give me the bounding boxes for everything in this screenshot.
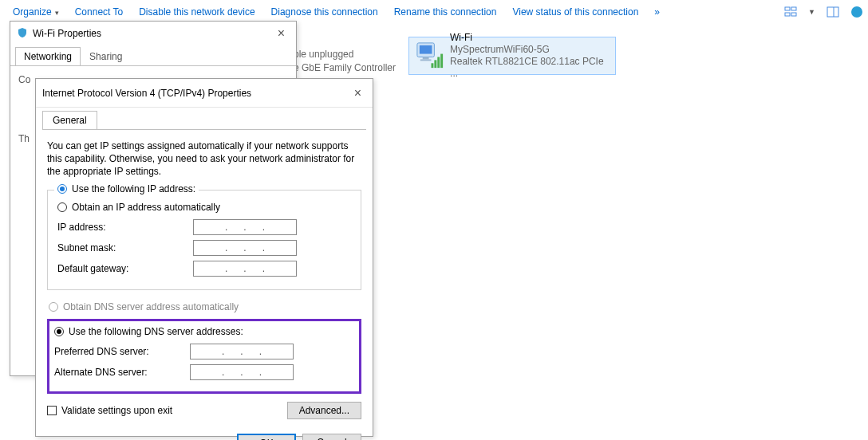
svg-rect-3 [791,13,796,16]
svg-rect-12 [434,61,436,69]
radio-icon [54,327,64,336]
network-item-wifi[interactable]: Wi-Fi MySpectrumWiFi60-5G Realtek RTL882… [408,37,616,75]
tab-sharing[interactable]: Sharing [81,47,131,65]
radio-icon [49,302,58,312]
network-item-text: Wi-Fi MySpectrumWiFi60-5G Realtek RTL882… [450,32,610,80]
toolbar-overflow[interactable]: » [646,2,668,22]
ipv4-title: Internet Protocol Version 4 (TCP/IPv4) P… [42,88,251,99]
view-options-icon[interactable] [784,6,797,18]
input-ip-address[interactable]: ... [193,219,297,235]
input-default-gateway[interactable]: ... [193,261,297,277]
label-ip-address: IP address: [57,222,193,233]
input-subnet-mask[interactable]: ... [193,240,297,256]
radio-use-following-dns[interactable]: Use the following DNS server addresses: [54,326,354,337]
radio-icon [57,202,67,212]
network-adapter: Realtek RTL8821CE 802.11ac PCIe ... [450,56,610,80]
toolbar-view-status[interactable]: View status of this connection [504,2,646,22]
toolbar-rename[interactable]: Rename this connection [386,2,505,22]
svg-rect-8 [420,45,432,54]
svg-rect-10 [420,60,432,61]
toolbar-organize[interactable]: Organize [5,2,67,22]
network-ssid: MySpectrumWiFi60-5G [450,44,610,56]
bg-adapter-text: ble unplugged e GbE Family Controller [294,48,396,75]
label-subnet-mask: Subnet mask: [57,242,193,253]
preview-pane-icon[interactable] [827,6,839,18]
svg-rect-4 [827,7,838,17]
toolbar-connect-to[interactable]: Connect To [67,2,132,22]
chevron-down-icon[interactable]: ▼ [808,8,815,16]
network-name: Wi-Fi [450,32,610,44]
svg-rect-0 [785,7,790,10]
dns-highlight-box: Use the following DNS server addresses: … [47,319,361,394]
radio-obtain-dns-auto: Obtain DNS server address automatically [49,301,361,312]
advanced-button[interactable]: Advanced... [287,402,361,419]
ipv4-description: You can get IP settings assigned automat… [47,139,361,179]
svg-point-6 [851,6,862,18]
wifi-properties-title: Wi-Fi Properties [33,28,101,39]
cancel-button[interactable]: Cancel [302,434,361,440]
input-preferred-dns[interactable]: ... [190,344,294,359]
svg-rect-1 [791,7,796,10]
tab-networking[interactable]: Networking [15,47,81,65]
close-icon[interactable]: × [349,86,366,100]
tab-general[interactable]: General [42,111,97,129]
wifi-adapter-icon [414,40,445,72]
label-default-gateway: Default gateway: [57,263,193,274]
ip-address-group: Obtain an IP address automatically Use t… [47,190,361,290]
ok-button[interactable]: OK [237,434,296,440]
svg-rect-9 [423,57,429,60]
radio-obtain-ip-auto[interactable]: Obtain an IP address automatically [57,202,351,213]
toolbar-diagnose[interactable]: Diagnose this connection [263,2,386,22]
svg-rect-2 [785,13,790,16]
checkbox-validate-on-exit[interactable]: Validate settings upon exit [47,405,172,416]
help-icon[interactable] [850,6,863,18]
ipv4-properties-window: Internet Protocol Version 4 (TCP/IPv4) P… [35,78,373,437]
radio-icon [57,184,67,194]
wifi-properties-titlebar[interactable]: Wi-Fi Properties × [10,22,296,45]
label-alternate-dns: Alternate DNS server: [54,367,190,378]
ipv4-titlebar[interactable]: Internet Protocol Version 4 (TCP/IPv4) P… [36,79,373,108]
svg-rect-14 [440,54,443,69]
svg-rect-13 [437,57,440,69]
wifi-shield-icon [17,27,28,41]
label-preferred-dns: Preferred DNS server: [54,346,190,357]
radio-use-following-ip[interactable]: Use the following IP address: [54,183,199,194]
input-alternate-dns[interactable]: ... [190,364,294,380]
close-icon[interactable]: × [273,26,290,41]
toolbar-disable-device[interactable]: Disable this network device [131,2,262,22]
checkbox-icon [47,406,57,415]
svg-rect-11 [431,64,433,69]
